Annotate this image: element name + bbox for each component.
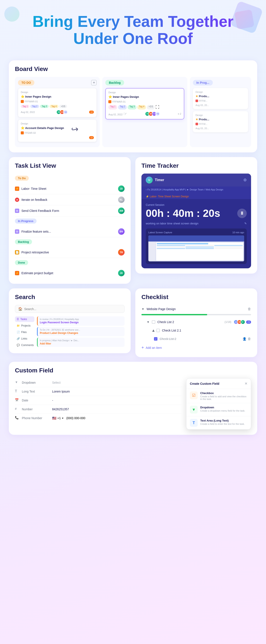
bottom-row: Search 🏠 ☰ Tasks 📁 Projects 📄 (9, 288, 257, 357)
ccf-opt-desc-textarea: Create a field to enter the text for the… (200, 422, 245, 425)
checkbox-cl21[interactable] (156, 329, 160, 332)
inprog-card-1[interactable]: Design ★ Produ... FFFW... Aug 03, 20... (193, 88, 248, 109)
cf-fields-list: ▼ Dropdown Select T Long Text Lorem Ipsu… (15, 378, 182, 430)
longtext-icon: T (15, 389, 19, 394)
task-name-2: Iterate on feedback (21, 198, 47, 202)
bl-tag-more: +3:5 (147, 105, 155, 110)
projects-icon: 📁 (17, 324, 20, 327)
ip-cat-1: Design (196, 91, 246, 93)
board-card-todo-2[interactable]: Design ⭐ Account Details Page Design FFE… (18, 120, 97, 142)
checkbox-cl2[interactable] (152, 320, 155, 324)
task-left-1: ⚡ Labor- Time Sheet (15, 186, 46, 191)
textarea-icon: T (193, 421, 195, 425)
cf-value-number: 8426251357 (52, 408, 69, 411)
ccf-opt-text-dropdown: Dropdown Create a dropdown menu field fo… (200, 406, 245, 412)
add-item-row[interactable]: + Add an item (141, 344, 251, 352)
task-item-4[interactable]: ⊞ Finalize feature sets... BN (15, 226, 125, 237)
phone-icon: 📞 (15, 416, 19, 420)
ccf-option-textarea[interactable]: T Text Area (Long Text) Create a field t… (186, 416, 251, 429)
chevron-right-icon[interactable]: ▶ (151, 329, 155, 332)
ccf-opt-desc-checkbox: Create a field to add and view the check… (200, 395, 248, 400)
create-custom-field-popup: Create Custom Field ✕ ☑ Checkbox Create … (186, 378, 251, 430)
time-tracker-card: Time Tracker U Timer ⚙ ‹ Fx 29183514 | H… (135, 157, 257, 274)
card-category-2: Design (21, 122, 94, 125)
trash-icon-parent[interactable]: 🗑 (248, 307, 251, 311)
pause-button[interactable]: ⏸ (237, 208, 247, 218)
flag-icon: 🇺🇸 (52, 416, 56, 420)
edit-icon[interactable]: ✎ (244, 222, 247, 225)
search-result-2[interactable]: To Do | Hr - 28762921 3E wireframe wor..… (37, 327, 125, 336)
time-display: 00h : 40m : 20s (146, 207, 220, 219)
search-result-3[interactable]: In progress | Allan Hub Design / ► Des..… (37, 338, 125, 347)
nav-projects-label: Projects (21, 324, 30, 327)
phone-chevron-icon[interactable]: ▼ (62, 417, 64, 420)
progress-bar-fill (141, 314, 207, 315)
ccf-close-button[interactable]: ✕ (245, 382, 248, 386)
note-text: working on labor time sheet screen desig… (146, 222, 199, 225)
task-item-2[interactable]: ● Iterate on feedback KL (15, 194, 125, 205)
progress-bar-container (141, 314, 251, 315)
sc-td (186, 248, 214, 249)
result-title-2: Product Label Design Changes (40, 332, 122, 334)
cf-row-number: # Number 8426251357 (15, 405, 182, 414)
cl2-done-avatar: 👤 (242, 336, 247, 341)
cf-row-phone: 📞 Phone Number 🇺🇸 +1 ▼ (000) 000-000 (15, 414, 182, 422)
backlog-label: Backlog (105, 80, 124, 86)
checkbox-cl2-done[interactable]: ✓ (154, 337, 157, 340)
nav-tasks[interactable]: ☰ Tasks (15, 316, 34, 322)
board-card-backlog-1[interactable]: Design ⭐ Inner Pages Design FFFWAR-01 Ta… (105, 88, 184, 120)
add-todo-button[interactable]: + (91, 80, 97, 86)
screenshot-content (148, 242, 244, 262)
cl2-done-label: Check List 2 (160, 337, 199, 340)
tracker-gear-icon[interactable]: ⚙ (243, 178, 247, 182)
task-icon-6: ⚡ (15, 271, 19, 275)
task-icon-2: ● (15, 198, 19, 202)
search-input-row[interactable]: 🏠 (15, 305, 125, 313)
checklist-grandchild-1: ▶ Check List 2.1 (141, 326, 251, 334)
sc-td (214, 248, 243, 249)
search-col: Search 🏠 ☰ Tasks 📁 Projects 📄 (9, 288, 131, 357)
chevron-down-icon-2[interactable]: ▼ (147, 320, 150, 324)
cf-label-phone: Phone Number (22, 416, 52, 420)
board-card-todo-1[interactable]: Design ⭐ Inner Pages Design FFFWAR-01 Ta… (18, 88, 97, 117)
nav-links[interactable]: 🔗 Links (15, 336, 34, 342)
comments-icon: 💬 (17, 344, 20, 347)
chevron-down-icon[interactable]: ▼ (141, 307, 144, 311)
cf-value-dropdown[interactable]: Select (52, 381, 60, 384)
tracker-header: U Timer ⚙ (141, 174, 251, 186)
breadcrumb-arrow: ‹ (146, 188, 147, 191)
cl2-count: (1/18) (225, 320, 231, 324)
trash-icon-cl2[interactable]: 🗑 (248, 337, 251, 341)
task-icon-4: ⊞ (15, 230, 19, 234)
nav-comments[interactable]: 💬 Comments (15, 342, 34, 348)
nav-files[interactable]: 📄 Files (15, 329, 34, 335)
search-icon: 🏠 (18, 307, 22, 311)
ip-date-2: Aug 03, 20... (196, 127, 246, 130)
search-input[interactable] (24, 307, 121, 311)
task-name-6: Estimate project budget (21, 271, 53, 275)
ccf-opt-text-checkbox: Checkbox Create a field to add and view … (200, 392, 248, 400)
task-item-5[interactable]: 📄 Project retrospective TR (15, 247, 125, 258)
task-left-6: ⚡ Estimate project budget (15, 271, 53, 275)
phone-number: (000) 000-000 (65, 416, 85, 420)
ccf-option-checkbox[interactable]: ☑ Checkbox Create a field to add and vie… (186, 389, 251, 403)
tag-action-icon[interactable]: ⛶ (156, 105, 159, 110)
task-item-6[interactable]: ⚡ Estimate project budget JD (15, 268, 125, 278)
task-item-1[interactable]: ⚡ Labor- Time Sheet JD (15, 183, 125, 194)
checklist-title: Checklist (141, 294, 251, 300)
card-subtitle-2: FFEAR-02 (21, 131, 94, 134)
search-nav: ☰ Tasks 📁 Projects 📄 Files 🔗 Links (15, 316, 34, 348)
task-item-3[interactable]: ⊞ Send Client Feedback Form AM (15, 205, 125, 216)
add-item-label: Add an item (146, 346, 162, 350)
inprog-card-2[interactable]: Design ★ Produ... FFFW... Aug 03, 20... (193, 111, 248, 132)
ccf-option-dropdown[interactable]: ▼ Dropdown Create a dropdown menu field … (186, 403, 251, 416)
ccf-header: Create Custom Field ✕ (186, 378, 251, 389)
screenshot-label: Latest Screen Capture (148, 231, 172, 234)
cl2-done-actions: 👤 🗑 (242, 336, 251, 341)
search-result-1[interactable]: In review | Fx 29183514 | Hospitality Ap… (37, 316, 125, 326)
nav-tasks-label: Tasks (20, 318, 27, 321)
tracker-task-row: ⚡ Labor- Time Sheet Screen Design (141, 192, 251, 199)
hero-decor-2 (235, 10, 255, 30)
result-meta-1: In review | Fx 29183514 | Hospitality Ap… (40, 318, 122, 320)
nav-projects[interactable]: 📁 Projects (15, 323, 34, 328)
